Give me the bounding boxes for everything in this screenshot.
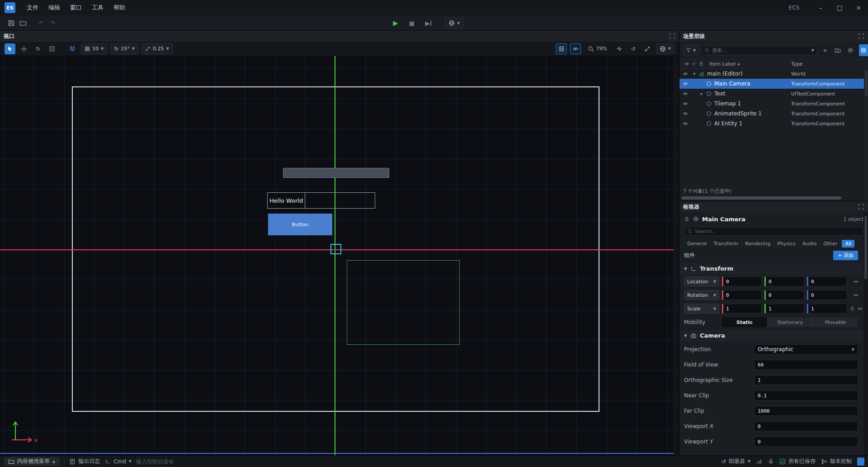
hierarchy-row-animatedsprite[interactable]: AnimatedSprite 1 TransformComponent (679, 109, 868, 119)
microphone-icon[interactable] (768, 458, 774, 465)
eye-icon[interactable] (679, 101, 691, 106)
menu-tools[interactable]: 工具 (87, 0, 108, 15)
gear-icon[interactable] (693, 216, 699, 222)
expand-caret-icon[interactable]: ▸ (698, 91, 705, 96)
content-drawer-button[interactable]: 内容侧滑菜单 ▲ (4, 457, 60, 466)
new-folder-button[interactable] (833, 45, 843, 55)
inspector-search-input[interactable] (695, 229, 860, 234)
undo-button[interactable]: ↶ (35, 17, 47, 29)
origin-marker[interactable] (330, 244, 341, 254)
tab-rendering[interactable]: Rendering (741, 240, 774, 248)
hierarchy-row-main-camera[interactable]: Main Camera TransformComponent (679, 79, 868, 89)
rotation-y-field[interactable]: 0 (764, 290, 804, 300)
hierarchy-row-tilemap[interactable]: Tilemap 1 TransformComponent (679, 99, 868, 109)
transform-section-header[interactable]: ▼ Transform (679, 262, 868, 275)
scale-y-field[interactable]: 1 (764, 304, 804, 314)
add-entity-button[interactable]: + (820, 45, 830, 55)
add-component-button[interactable]: + 添加 (833, 251, 858, 260)
scale-tool-button[interactable] (47, 43, 57, 54)
step-button[interactable]: ▶ (422, 17, 434, 29)
run-target-dropdown[interactable]: ▼ (445, 18, 463, 29)
stats-button[interactable] (614, 43, 625, 54)
save-button[interactable] (5, 17, 17, 29)
rotation-z-field[interactable]: 0 (807, 290, 847, 300)
scale-snap-dropdown[interactable]: 0.25 ▼ (142, 43, 173, 54)
eye-icon[interactable] (679, 81, 691, 86)
hierarchy-search-input[interactable] (712, 48, 809, 53)
hierarchy-row-ai-entity[interactable]: AI Entity 1 TransformComponent (679, 119, 868, 129)
play-button[interactable]: ▶ (390, 17, 401, 29)
reset-view-button[interactable]: ↺ (628, 43, 639, 54)
viewport-y-field[interactable]: 0 (754, 437, 858, 447)
hierarchy-search[interactable]: ▼ (701, 45, 817, 55)
rotate-tool-button[interactable]: ↻ (33, 43, 43, 54)
link-icon[interactable]: ↔ (854, 279, 858, 284)
menu-window[interactable]: 窗口 (65, 0, 87, 15)
location-z-field[interactable]: 0 (807, 276, 847, 286)
expand-panel-icon[interactable] (858, 204, 864, 210)
scale-dropdown[interactable]: Scale▼ (684, 304, 719, 314)
redo-button[interactable]: ↷ (47, 17, 59, 29)
tab-all[interactable]: All (842, 240, 854, 248)
rotation-dropdown[interactable]: Rotation▼ (684, 290, 719, 300)
eye-icon[interactable] (679, 111, 691, 116)
menu-edit[interactable]: 编辑 (43, 0, 65, 15)
scene-canvas[interactable]: Hello World Button x (0, 56, 674, 455)
saved-status[interactable]: 所有已保存 (779, 457, 816, 465)
menu-file[interactable]: 文件 (22, 0, 43, 15)
eye-icon[interactable] (679, 91, 691, 96)
filter-dropdown[interactable]: ▼ (683, 45, 698, 55)
link-icon[interactable]: ↔ (858, 306, 862, 311)
column-type[interactable]: Type (791, 61, 868, 67)
far-clip-field[interactable]: 1000 (754, 406, 858, 416)
select-tool-button[interactable] (5, 43, 15, 54)
collapse-caret-icon[interactable]: ▾ (691, 71, 698, 76)
hierarchy-settings-button[interactable] (845, 45, 855, 55)
tab-transform[interactable]: Transform (710, 240, 741, 248)
favorite-column-icon[interactable]: ☆ (690, 61, 698, 67)
scale-x-field[interactable]: 1 (722, 304, 762, 314)
location-dropdown[interactable]: Location▼ (684, 276, 719, 286)
viewport-x-field[interactable]: 0 (754, 421, 858, 431)
hierarchy-row-text[interactable]: ▸ Text UITextComponent (679, 89, 868, 99)
projection-select[interactable]: Orthographic▼ (754, 344, 858, 354)
visibility-toggle-button[interactable] (570, 43, 581, 54)
field-of-view-field[interactable]: 60 (754, 360, 858, 370)
entity-bounds-rect[interactable] (347, 260, 460, 345)
column-item-label[interactable]: Item Label▲ (705, 61, 791, 67)
eye-icon[interactable] (679, 121, 691, 126)
world-dropdown[interactable]: ▼ (656, 43, 675, 54)
grid-toggle-button[interactable] (556, 43, 567, 54)
text-object[interactable]: Hello World (267, 192, 375, 209)
move-tool-button[interactable] (19, 43, 29, 54)
orthographic-size-field[interactable]: 1 (754, 375, 858, 385)
eye-column-icon[interactable] (683, 61, 690, 67)
zoom-control[interactable]: 79% (588, 46, 607, 52)
location-x-field[interactable]: 0 (722, 276, 762, 286)
button-object[interactable]: Button (268, 214, 332, 235)
inspector-vscrollbar[interactable] (863, 212, 868, 455)
tab-audio[interactable]: Audio (799, 240, 820, 248)
tab-other[interactable]: Other (820, 240, 840, 248)
docked-tab-button[interactable] (859, 44, 868, 56)
close-button[interactable]: × (849, 0, 868, 15)
fullscreen-button[interactable] (642, 43, 653, 54)
snap-toggle-button[interactable] (67, 43, 78, 54)
mobility-movable[interactable]: Movable (812, 317, 858, 327)
location-y-field[interactable]: 0 (764, 276, 804, 286)
expand-panel-icon[interactable] (858, 33, 864, 39)
version-control-button[interactable]: 版本控制 (821, 457, 852, 465)
camera-section-header[interactable]: ▼ Camera (679, 329, 868, 342)
stop-button[interactable]: ■ (406, 17, 418, 29)
mobility-stationary[interactable]: Stationary (767, 317, 813, 327)
rollback-dropdown[interactable]: ↺ 回退器 ▼ (722, 457, 750, 465)
open-button[interactable] (17, 17, 29, 29)
lock-icon[interactable] (684, 216, 689, 222)
hierarchy-vscrollbar[interactable] (864, 69, 868, 201)
viewport-scrollbar[interactable] (674, 56, 679, 455)
grid-snap-dropdown[interactable]: 10 ▼ (81, 43, 107, 54)
menu-help[interactable]: 帮助 (108, 0, 130, 15)
hierarchy-hscrollbar[interactable] (679, 195, 868, 201)
tab-general[interactable]: General (684, 240, 710, 248)
signal-icon[interactable] (756, 458, 762, 465)
